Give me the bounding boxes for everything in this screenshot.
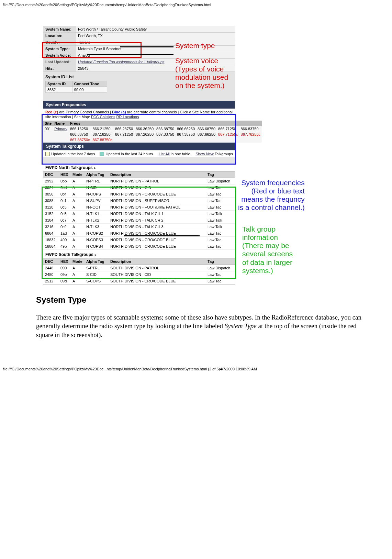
cell: A (71, 223, 85, 230)
table-row: 251209dAS-COPSSOUTH DIVISION - CRO/CODE … (43, 278, 235, 284)
annotated-screenshot: System Name:Fort Worth / Tarrant County … (43, 26, 387, 285)
cell: 90.00 (72, 87, 107, 93)
cell: 2512 (43, 278, 59, 284)
cell: N-TLK1 (85, 210, 109, 217)
kv-label: Last Updated: (43, 59, 76, 65)
callout-system-voice: System voice (Types of voice modulation … (175, 57, 228, 90)
cell: SOUTH DIVISION - CRO/CODE BLUE (109, 278, 206, 284)
cell: 18864 (43, 243, 59, 249)
kv-value: Fort Worth / Tarrant County Public Safet… (76, 26, 235, 32)
th-mode: Mode (71, 258, 85, 265)
kv-label: System Name: (43, 26, 76, 32)
cell: NORTH DIVISION - CRO/CODE BLUE (109, 243, 206, 249)
table-row: 31200c3AN-FOOTNORTH DIVISION - FOOT/BIKE… (43, 204, 235, 210)
tg-title: FWPD North Talkgroups (45, 165, 93, 170)
cell: Law Tac (206, 230, 235, 236)
table-row: 18832499AN-COPS3NORTH DIVISION - CRO/COD… (43, 236, 235, 243)
cell: SOUTH DIVISION - PATROL (109, 265, 206, 271)
th-alpha-tag: Alpha Tag (85, 171, 109, 178)
cell: 0c5 (59, 210, 71, 217)
th-description: Description (109, 171, 206, 178)
cell: NORTH DIVISION - CID (109, 184, 206, 191)
freq-table: Site Name Freqs 001 Primary 866.16250 86… (43, 121, 262, 143)
cell: N-SUPV (85, 197, 109, 204)
legend-blue: Blue (a) (112, 110, 126, 114)
cell: Law Dispatch (206, 265, 235, 271)
th-name: Name (53, 121, 69, 126)
site-name-link[interactable]: Primary (53, 126, 69, 132)
table-row: 31840c7AN-TLK2NORTH DIVISION - TALK CH 2… (43, 217, 235, 223)
freq-cell: 866.28750 (114, 126, 134, 132)
cell: 2992 (43, 178, 59, 184)
list-all-link[interactable]: List All (159, 152, 170, 156)
cell: NORTH DIVISION - FOOT/BIKE PATROL (109, 204, 206, 210)
section-heading: System Type (36, 295, 374, 305)
tg-title: FWPD South Talkgroups (45, 252, 93, 257)
freq-cell: 866.83750 (239, 126, 262, 132)
cell: A (71, 217, 85, 223)
chevron-right-icon[interactable]: ▸ (95, 253, 97, 257)
freq-cell: 867.33750 (155, 132, 176, 137)
th-description: Description (109, 258, 206, 265)
kv-value: Fort Worth, TX (76, 33, 235, 39)
cell: 2448 (43, 265, 59, 271)
cell: S-CID (85, 271, 109, 278)
legend-text: Talkgroups (215, 152, 233, 156)
callout-frequencies: System frequencies (Red or blue text mea… (238, 179, 305, 212)
freq-cell-control: 867.76250c (239, 132, 262, 137)
cell: Law Tac (206, 204, 235, 210)
cell: 3184 (43, 217, 59, 223)
cell: NORTH DIVISION - PATROL (109, 178, 206, 184)
cell: 0c1 (59, 197, 71, 204)
freq-cell: 867.26250 (134, 132, 155, 137)
table-row: 32160c9AN-TLK3NORTH DIVISION - TALK CH 3… (43, 223, 235, 230)
table-row: 31520c5AN-TLK1NORTH DIVISION - TALK CH 1… (43, 210, 235, 217)
freq-cell-control: 867.88750c (91, 137, 114, 143)
kv-label: Location: (43, 33, 76, 39)
callout-system-type: System type (175, 42, 215, 50)
cell: N-COPS (85, 191, 109, 197)
cell: Law Tac (206, 197, 235, 204)
callout-talkgroups: Talk group information (There may be sev… (242, 225, 293, 275)
legend-7days: Updated in the last 7 days (51, 152, 95, 156)
cell: A (71, 197, 85, 204)
freq-cell: 867.16250 (91, 132, 114, 137)
cell: 3088 (43, 197, 59, 204)
fcc-callsigns-link[interactable]: FCC Callsigns (91, 115, 115, 119)
freq-cell: 866.36250 (134, 126, 155, 132)
freq-cell: 867.66250 (196, 132, 217, 137)
cell: A (71, 210, 85, 217)
cell: A (71, 204, 85, 210)
cell: 3024 (43, 184, 59, 191)
chevron-right-icon[interactable]: ▸ (94, 166, 96, 170)
kv-label: Hits: (43, 65, 76, 71)
body-paragraph: There are five major types of scannable … (36, 313, 374, 339)
cell: A (71, 191, 85, 197)
th-system-id: System ID (46, 81, 72, 87)
cell: 0bd (59, 184, 71, 191)
kv-label: System Voice: (43, 52, 76, 58)
north-talkgroups-table: DECHEXModeAlpha TagDescriptionTag 29920b… (43, 171, 235, 250)
cell: NORTH DIVISION - TALK CH 1 (109, 210, 206, 217)
cell: 18832 (43, 236, 59, 243)
cell: Law Tac (206, 184, 235, 191)
cell: 499 (59, 236, 71, 243)
cell: NORTH DIVISION - CRO/CODE BLUE (109, 236, 206, 243)
cell: 0bb (59, 178, 71, 184)
table-row: 867.83750c 867.88750c (43, 137, 262, 143)
cell: A (71, 243, 85, 249)
cell: 3216 (43, 223, 59, 230)
show-new-link[interactable]: Show New (195, 152, 214, 156)
freq-cell: 866.38750 (155, 126, 176, 132)
prose-block: System Type There are five major types o… (36, 295, 374, 339)
cell: A (71, 265, 85, 271)
cell: 0c7 (59, 217, 71, 223)
cell: 49b (59, 243, 71, 249)
rr-locations-link[interactable]: RR Locations (116, 115, 139, 119)
freq-cell: 866.88750 (69, 132, 91, 137)
freq-legend: Red (c) are Primary Control Channels | B… (43, 109, 235, 121)
freq-cell-control: 867.83750c (69, 137, 91, 143)
cell: 3120 (43, 204, 59, 210)
cell: 3152 (43, 210, 59, 217)
cell: 099 (59, 265, 71, 271)
